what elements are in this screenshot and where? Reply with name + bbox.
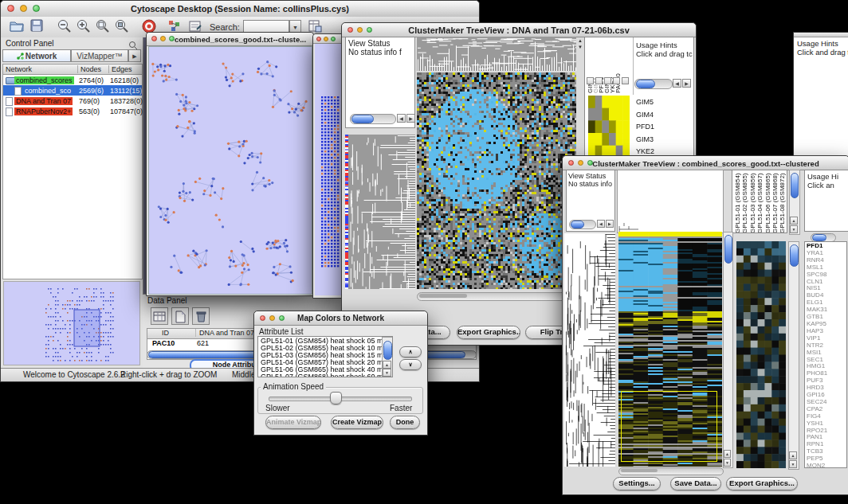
network-table-row[interactable]: RNAPuberNov2+563(0)107847(0) [3,106,142,116]
create-vizmap-button[interactable]: Create Vizmap [331,416,383,429]
column-header-id[interactable]: ID [162,329,169,337]
scroll-left-button[interactable]: ◀ [597,220,605,228]
scroll-right-button[interactable]: ▶ [406,114,415,123]
slower-label: Slower [265,404,290,412]
view-status-title: View Status [348,39,391,48]
tool-icon[interactable] [587,77,594,84]
save-icon[interactable] [29,18,47,36]
animation-speed-slider-thumb[interactable] [330,392,342,404]
treeview2-title: ClusterMaker TreeView : combined_scores_… [563,159,848,168]
scroll-right-button[interactable]: ▶ [682,79,691,88]
zoom-window-icon[interactable] [331,37,336,41]
tool-icon[interactable] [613,77,620,84]
scroll-right-button[interactable]: ▶ [606,220,614,228]
row-dendrogram-canvas[interactable] [348,135,415,289]
heatmap-canvas[interactable] [417,72,576,289]
network-view-titlebar[interactable] [313,34,345,44]
settings-button[interactable]: Settings... [613,477,661,490]
data-panel-title: Data Panel [147,296,186,305]
tool-icon[interactable] [604,77,611,84]
status-welcome: Welcome to Cytoscape 2.6.2 [23,370,125,379]
network-table-row[interactable]: combined_scores2764(0)16218(0) [3,75,142,85]
hscrollbar[interactable] [350,114,396,124]
heatmap-canvas[interactable] [618,232,722,467]
column-label: GIM5 [587,39,592,93]
vscrollbar[interactable]: ▲ ▼ [789,170,800,235]
tab-network[interactable]: Network [2,49,71,62]
column-labels-panel: GPL51-01 (GSM854)GPL51-02 (GSM855)GPL51-… [732,170,787,233]
column-label: GPL51-07 (GSM868) [771,171,779,233]
vscrollbar[interactable]: ▲ ▼ [382,337,393,377]
scroll-left-button[interactable]: ◀ [673,79,681,88]
network-canvas[interactable] [315,44,344,295]
zoom-vscrollbar[interactable]: ▲ ▼ [788,241,799,470]
zoom-selected-icon[interactable] [114,18,132,36]
new-attribute-icon[interactable] [171,307,189,325]
usage-hints-title: Usage Hi [807,172,838,181]
animate-vizmap-button[interactable]: Animate Vizmap [265,416,321,429]
zoom-fit-icon[interactable] [95,18,112,36]
scroll-left-button[interactable]: ◀ [397,114,406,123]
treeview-titlebar[interactable]: ClusterMaker TreeView : combined_scores_… [563,156,848,170]
view-status-panel: View Status No status info ◀ ▶ [566,170,615,232]
tab-vizmapper[interactable]: VizMapper™ [71,49,128,62]
scroll-down-button[interactable]: ▼ [724,459,731,467]
column-dendrogram-canvas[interactable] [417,37,576,71]
network-edges-count: 13112(15) [110,87,142,95]
heatmap-hscrollbar[interactable] [417,292,578,301]
gene-label: GIM4 [636,109,692,122]
save-data-button[interactable]: Save Data... [670,477,721,490]
network-table-row[interactable]: combined_sco2569(6)13112(15) [3,85,142,96]
row-dendrogram-canvas[interactable] [564,233,615,467]
tab-overflow-button[interactable]: ▶ [128,49,141,62]
scroll-down-button[interactable]: ▼ [789,460,797,468]
document-icon [14,87,22,96]
column-dendrogram-canvas[interactable] [617,170,724,233]
attribute-list[interactable]: GPL51-01 (GSM854) heat shock 05 minGPL51… [257,336,393,377]
scroll-up-button[interactable]: ▲ [789,451,797,459]
dialog-titlebar[interactable]: Map Colors to Network [254,311,427,326]
scroll-up-icon[interactable]: ▲ [577,37,583,44]
tool-icon[interactable] [595,77,603,84]
close-icon[interactable] [316,37,321,41]
scroll-up-button[interactable]: ▲ [383,361,391,369]
done-button[interactable]: Done [390,416,420,429]
usage-hints-text: Click and drag tc [636,49,693,58]
attribute-list-label: Attribute List [259,327,304,336]
hscrollbar[interactable] [634,79,673,89]
minimize-icon[interactable] [324,37,328,41]
export-graphics-button[interactable]: Export Graphics... [457,326,520,339]
attribute-list-item[interactable]: GPL51-07 (GSM868) heat shock 60 min [259,373,389,377]
network-canvas[interactable] [148,46,312,295]
heatmap-vscrollbar[interactable]: ▲ ▼ [723,232,733,468]
network-edges-count: 16218(0) [110,76,139,84]
main-titlebar[interactable]: Cytoscape Desktop (Session Name: collins… [1,1,479,18]
open-file-icon[interactable] [9,18,26,36]
network-table-row[interactable]: DNA and Tran 07769(0)183728(0) [3,96,142,106]
zoom-in-icon[interactable] [76,18,93,36]
heatmap-hscrollbar[interactable] [618,467,724,475]
attribute-table-icon[interactable] [151,307,168,325]
scroll-down-icon[interactable]: ▼ [577,44,583,50]
column-label: GIM3 [603,39,609,93]
network-view-titlebar[interactable]: combined_scores_good.txt--cluste... [147,33,313,46]
export-graphics-button[interactable]: Export Graphics... [726,477,798,490]
hscrollbar[interactable] [569,220,596,229]
birdseye-view-canvas[interactable] [3,281,140,365]
tool-icon[interactable] [622,77,629,84]
move-down-button[interactable]: ∨ [399,359,422,370]
search-input[interactable] [243,20,289,33]
scroll-down-button[interactable]: ▼ [790,225,798,233]
move-up-button[interactable]: ∧ [399,346,422,357]
delete-attribute-icon[interactable] [192,307,210,325]
row-id: PAC10 [152,339,175,347]
document-icon [6,107,13,116]
scroll-down-button[interactable]: ▼ [383,369,391,377]
scroll-up-button[interactable]: ▲ [790,217,798,225]
zoom-out-icon[interactable] [57,18,74,36]
zoom-heatmap-canvas[interactable] [736,241,786,468]
scroll-up-button[interactable]: ▲ [724,450,731,458]
treeview-titlebar[interactable]: ClusterMaker TreeView : DNA and Tran 07-… [342,23,696,37]
network-table-header[interactable]: Network Nodes Edges [3,64,142,75]
treeview-window-combined: ClusterMaker TreeView : combined_scores_… [562,155,848,495]
